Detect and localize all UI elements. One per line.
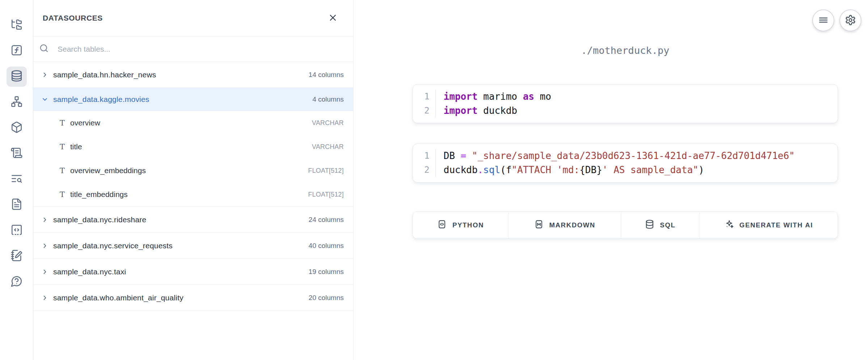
icon-sidebar (0, 0, 33, 360)
sidebar-item-help[interactable] (7, 272, 27, 292)
table-name: sample_data.kaggle.movies (53, 95, 308, 104)
table-row[interactable]: sample_data.nyc.taxi19 columns (33, 259, 353, 285)
column-list: ToverviewVARCHARTtitleVARCHARToverview_e… (33, 111, 353, 207)
datasources-panel-header: DATASOURCES (33, 0, 353, 37)
line-number: 1 (413, 90, 435, 104)
datasources-panel: DATASOURCES sample_data.hn.hacker_news14… (33, 0, 353, 360)
table-row[interactable]: sample_data.nyc.service_requests40 colum… (33, 233, 353, 259)
column-row[interactable]: Ttitle_embeddingsFLOAT[512] (33, 183, 353, 206)
type-text-icon: T (60, 119, 65, 127)
column-type: FLOAT[512] (308, 167, 344, 175)
add-python-cell-button[interactable]: PYTHON (413, 212, 509, 238)
table-name: sample_data.who.ambient_air_quality (53, 293, 304, 302)
header-actions (812, 9, 861, 31)
line-number: 2 (413, 163, 435, 177)
chevron-right-icon (41, 268, 48, 275)
help-icon (10, 275, 23, 289)
table-columns-count: 19 columns (309, 268, 344, 276)
column-row[interactable]: Toverview_embeddingsFLOAT[512] (33, 159, 353, 183)
column-name: overview (70, 119, 306, 127)
column-name: title_embeddings (70, 190, 302, 199)
search-tables-input[interactable] (58, 45, 344, 53)
package-icon (10, 121, 23, 135)
marimo-app: DATASOURCES sample_data.hn.hacker_news14… (0, 0, 868, 360)
database-icon (10, 70, 23, 83)
logs-search-icon (10, 172, 23, 186)
line-number: 1 (413, 149, 435, 163)
code-cell-icon (437, 219, 447, 231)
sidebar-item-snippets[interactable] (7, 220, 27, 241)
generate-with-ai-button[interactable]: GENERATE WITH AI (700, 212, 838, 238)
column-row[interactable]: ToverviewVARCHAR (33, 111, 353, 135)
scratchpad-icon (10, 249, 23, 263)
sidebar-item-tracebacks[interactable] (7, 143, 27, 164)
dependency-graph-icon (10, 95, 23, 109)
function-icon (10, 44, 23, 58)
button-label: MARKDOWN (549, 221, 595, 229)
markdown-icon (534, 219, 544, 231)
notebook-filename[interactable]: ./motherduck.py (412, 45, 838, 56)
settings-button[interactable] (839, 9, 861, 31)
add-cell-button-bar: PYTHON MARKDOWN SQL GENERATE WITH AI (412, 211, 838, 239)
code-line-text: import duckdb (435, 104, 517, 118)
code-cell[interactable]: 1import marimo as mo2import duckdb (412, 84, 838, 123)
table-columns-count: 4 columns (312, 95, 344, 103)
file-tree-icon (10, 18, 23, 32)
column-row[interactable]: TtitleVARCHAR (33, 135, 353, 159)
table-row[interactable]: sample_data.kaggle.movies4 columns (33, 88, 353, 111)
table-name: sample_data.nyc.service_requests (53, 241, 304, 250)
code-line-text: duckdb.sql(f"ATTACH 'md:{DB}' AS sample_… (435, 163, 704, 177)
snippets-icon (10, 224, 23, 237)
table-name: sample_data.hn.hacker_news (53, 70, 304, 79)
column-type: VARCHAR (312, 143, 344, 151)
notebook-menu-button[interactable] (812, 9, 834, 31)
button-label: GENERATE WITH AI (740, 221, 813, 229)
code-line-text: DB = "_share/sample_data/23b0d623-1361-4… (435, 149, 795, 163)
button-label: SQL (660, 221, 676, 229)
column-type: FLOAT[512] (308, 191, 344, 198)
panel-title: DATASOURCES (43, 14, 103, 22)
line-number: 2 (413, 104, 435, 118)
type-text-icon: T (60, 142, 65, 151)
close-panel-button[interactable] (328, 13, 338, 24)
sidebar-item-packages[interactable] (7, 118, 27, 138)
column-name: overview_embeddings (70, 166, 302, 175)
add-markdown-cell-button[interactable]: MARKDOWN (509, 212, 621, 238)
table-row[interactable]: sample_data.nyc.rideshare24 columns (33, 207, 353, 233)
chevron-down-icon (41, 96, 48, 103)
table-name: sample_data.nyc.taxi (53, 267, 304, 276)
search-icon (39, 43, 49, 55)
sidebar-item-functions[interactable] (7, 41, 27, 61)
chevron-right-icon (41, 71, 48, 78)
chevron-right-icon (41, 294, 48, 301)
sidebar-item-explorer[interactable] (7, 15, 27, 35)
sparkles-icon (724, 219, 734, 231)
table-name: sample_data.nyc.rideshare (53, 215, 304, 224)
hamburger-menu-icon (818, 14, 829, 27)
search-row (33, 37, 353, 62)
sidebar-item-scratchpad[interactable] (7, 246, 27, 266)
sidebar-item-datasources[interactable] (7, 67, 27, 87)
close-icon (328, 13, 338, 24)
table-columns-count: 14 columns (309, 71, 344, 79)
table-columns-count: 24 columns (309, 216, 344, 224)
type-text-icon: T (60, 166, 65, 175)
add-sql-cell-button[interactable]: SQL (621, 212, 700, 238)
type-text-icon: T (60, 190, 65, 199)
table-list: sample_data.hn.hacker_news14 columnssamp… (33, 62, 353, 311)
database-icon (645, 219, 655, 231)
gear-icon (845, 14, 856, 27)
sidebar-item-dependencies[interactable] (7, 92, 27, 112)
table-row[interactable]: sample_data.hn.hacker_news14 columns (33, 62, 353, 88)
column-type: VARCHAR (312, 119, 344, 127)
code-cell[interactable]: 1DB = "_share/sample_data/23b0d623-1361-… (412, 143, 838, 183)
table-row[interactable]: sample_data.who.ambient_air_quality20 co… (33, 285, 353, 311)
button-label: PYTHON (452, 221, 484, 229)
chevron-right-icon (41, 242, 48, 249)
sidebar-item-logs[interactable] (7, 169, 27, 189)
scroll-icon (10, 147, 23, 160)
sidebar-item-documentation[interactable] (7, 195, 27, 215)
chevron-right-icon (41, 216, 48, 223)
column-name: title (70, 142, 306, 151)
code-line-text: import marimo as mo (435, 90, 551, 104)
